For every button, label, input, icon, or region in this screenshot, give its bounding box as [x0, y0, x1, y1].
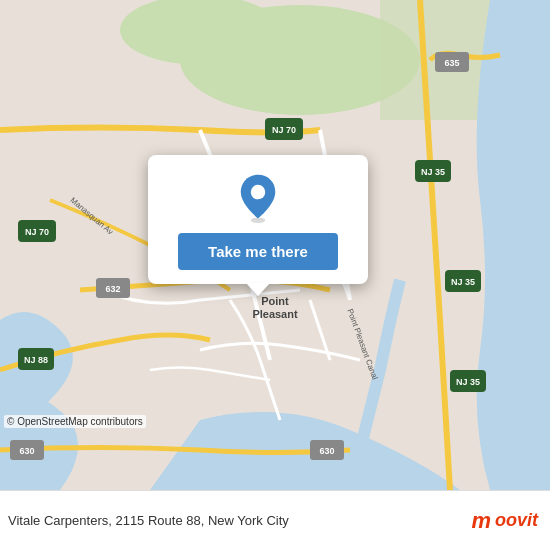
moovit-rest-word: oovit — [495, 510, 538, 531]
svg-text:NJ 35: NJ 35 — [451, 277, 475, 287]
moovit-logo: moovit — [471, 508, 538, 534]
popup-card: Take me there — [148, 155, 368, 284]
svg-point-29 — [251, 185, 266, 200]
info-bar: Vitale Carpenters, 2115 Route 88, New Yo… — [0, 490, 550, 550]
osm-attribution: © OpenStreetMap contributors — [4, 415, 146, 428]
address-text: Vitale Carpenters, 2115 Route 88, New Yo… — [8, 513, 289, 528]
svg-text:NJ 35: NJ 35 — [456, 377, 480, 387]
svg-text:Point: Point — [261, 295, 289, 307]
moovit-m-letter: m — [471, 508, 491, 534]
svg-text:Pleasant: Pleasant — [252, 308, 298, 320]
map-container: NJ 70 NJ 70 NJ 35 NJ 35 NJ 35 NJ 88 632 … — [0, 0, 550, 490]
svg-text:NJ 35: NJ 35 — [421, 167, 445, 177]
svg-text:635: 635 — [444, 58, 459, 68]
take-me-there-button[interactable]: Take me there — [178, 233, 338, 270]
svg-text:NJ 70: NJ 70 — [25, 227, 49, 237]
svg-text:630: 630 — [319, 446, 334, 456]
location-pin-icon — [233, 173, 283, 223]
svg-text:NJ 70: NJ 70 — [272, 125, 296, 135]
svg-text:632: 632 — [105, 284, 120, 294]
svg-text:630: 630 — [19, 446, 34, 456]
svg-text:NJ 88: NJ 88 — [24, 355, 48, 365]
